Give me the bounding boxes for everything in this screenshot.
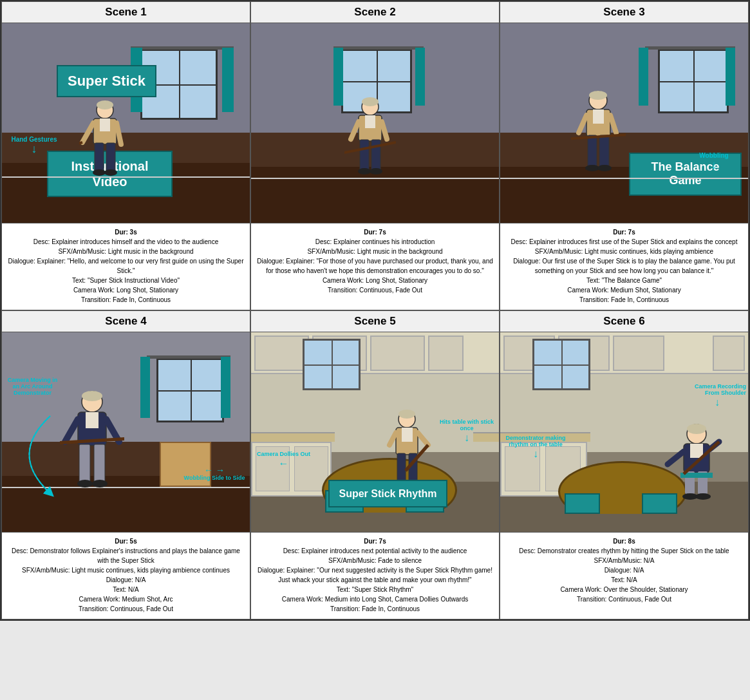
- curtain4-right: [221, 357, 230, 418]
- upper-cabinets: [251, 332, 499, 374]
- svg-point-6: [93, 169, 106, 176]
- svg-rect-15: [360, 140, 369, 171]
- svg-point-12: [362, 97, 379, 106]
- scene-6: Scene 6: [500, 310, 749, 620]
- countertop: [251, 432, 335, 442]
- scene-5-notes: Dur: 7s Desc: Explainer introduces next …: [251, 532, 499, 619]
- svg-rect-47: [402, 428, 413, 442]
- curtain-rod4: [147, 355, 230, 359]
- scene-1-visual: Super Stick Instructional Video: [2, 23, 250, 223]
- person-figure: [79, 100, 131, 194]
- svg-rect-26: [588, 135, 597, 167]
- arc-label: Camera Moving in an Arc Around Demonstra…: [5, 377, 60, 397]
- window3: [658, 49, 729, 113]
- curtain2-left: [333, 48, 343, 106]
- wobbling-side-label: ← → Wobbling Side to Side: [182, 466, 247, 482]
- svg-line-20: [382, 122, 387, 139]
- svg-point-34: [82, 391, 102, 401]
- wobbling-label: Wobbling ↓: [685, 152, 743, 172]
- scene-6-header: Scene 6: [500, 311, 748, 332]
- scene-2-visual: [251, 23, 499, 223]
- kitchen-window: [303, 339, 361, 390]
- scene-3: Scene 3 The Balance Game: [500, 1, 749, 310]
- window4: [156, 358, 224, 422]
- scene-6-notes: Dur: 8s Desc: Demonstrator creates rhyth…: [500, 532, 748, 619]
- svg-rect-25: [593, 109, 604, 124]
- svg-point-28: [585, 165, 599, 171]
- scene-6-visual: Demonstrator making rhythm on the table …: [500, 332, 748, 532]
- svg-line-64: [668, 451, 684, 464]
- svg-point-17: [358, 168, 371, 175]
- person-figure6: [664, 422, 729, 532]
- svg-line-41: [65, 419, 78, 442]
- svg-line-54: [389, 433, 396, 445]
- svg-rect-58: [690, 444, 703, 458]
- curtain-rod: [131, 46, 234, 50]
- scene-3-visual: The Balance Game: [500, 23, 748, 223]
- floor: [251, 513, 499, 532]
- svg-point-18: [370, 168, 382, 175]
- camera-dollies-label: Camera Dollies Out ←: [256, 451, 311, 469]
- svg-rect-37: [79, 444, 90, 483]
- svg-line-31: [610, 115, 616, 133]
- scene-1-title-box: Super Stick: [57, 65, 156, 97]
- scene-1: Scene 1 Super Stick Instructional Vide: [1, 1, 250, 310]
- svg-point-29: [597, 165, 612, 171]
- storyboard: Scene 1 Super Stick Instructional Vide: [0, 0, 750, 621]
- scene-5-visual: Super Stick Rhythm Camera Dollies Out ← …: [251, 332, 499, 532]
- scene-1-header: Scene 1: [2, 2, 250, 23]
- svg-point-40: [92, 480, 108, 487]
- scene-5: Scene 5: [250, 310, 500, 620]
- lower-cabinet: [251, 442, 332, 497]
- scene-3-notes: Dur: 7s Desc: Explainer introduces first…: [500, 223, 748, 310]
- scene-1-notes: Dur: 3s Desc: Explainer introduces himse…: [2, 223, 250, 310]
- curtain-right: [222, 48, 234, 112]
- scene-4-notes: Dur: 5s Desc: Demonstrator follows Expla…: [2, 532, 250, 619]
- svg-point-56: [687, 424, 706, 434]
- rhythm-label: Demonstrator making rhythm on the table …: [503, 435, 568, 459]
- person-figure4: [60, 390, 124, 503]
- chair-6-1: [565, 493, 600, 514]
- svg-rect-36: [86, 412, 98, 428]
- curtain2-right: [415, 48, 425, 106]
- svg-rect-38: [94, 444, 105, 483]
- svg-point-23: [589, 91, 607, 100]
- curtain4-left: [140, 357, 150, 418]
- svg-line-8: [82, 123, 93, 142]
- svg-line-30: [579, 115, 586, 133]
- scene-5-title-box: Super Stick Rhythm: [328, 480, 447, 507]
- scene-4-visual: Camera Moving in an Arc Around Demonstra…: [2, 332, 250, 532]
- svg-line-9: [117, 123, 121, 144]
- scene-2-header: Scene 2: [251, 2, 499, 23]
- svg-point-1: [97, 100, 113, 109]
- camera-shoulder-label: Camera Recording From Shoulder ↓: [688, 384, 746, 408]
- svg-line-21: [344, 142, 396, 155]
- svg-rect-3: [100, 118, 110, 131]
- svg-rect-4: [95, 143, 104, 172]
- person-figure3: [571, 91, 626, 191]
- hand-gestures-label: Hand Gestures ↓: [5, 136, 63, 156]
- svg-line-52: [418, 433, 428, 445]
- scene-4: Scene 4: [1, 310, 250, 620]
- scene-2: Scene 2: [250, 1, 500, 310]
- curtain-rod3: [645, 46, 735, 50]
- svg-point-7: [104, 169, 117, 176]
- svg-point-39: [77, 480, 93, 487]
- person-figure2: [344, 97, 396, 194]
- curtain-rod2: [333, 46, 424, 50]
- scene-5-header: Scene 5: [251, 311, 499, 332]
- svg-line-10: [79, 142, 82, 152]
- kitchen-window6: [532, 339, 590, 390]
- scene-3-header: Scene 3: [500, 2, 748, 23]
- scene-2-notes: Dur: 7s Desc: Explainer continues his in…: [251, 223, 499, 310]
- svg-rect-14: [365, 115, 375, 128]
- scene-4-header: Scene 4: [2, 311, 250, 332]
- arc-arrows: [5, 410, 57, 500]
- svg-line-19: [351, 122, 359, 139]
- svg-rect-27: [599, 135, 609, 167]
- svg-point-45: [398, 410, 415, 419]
- hits-table-label: Hits table with stick once ↓: [438, 419, 496, 443]
- svg-point-62: [695, 493, 711, 500]
- curtain3-left: [639, 48, 648, 106]
- svg-rect-5: [106, 143, 115, 172]
